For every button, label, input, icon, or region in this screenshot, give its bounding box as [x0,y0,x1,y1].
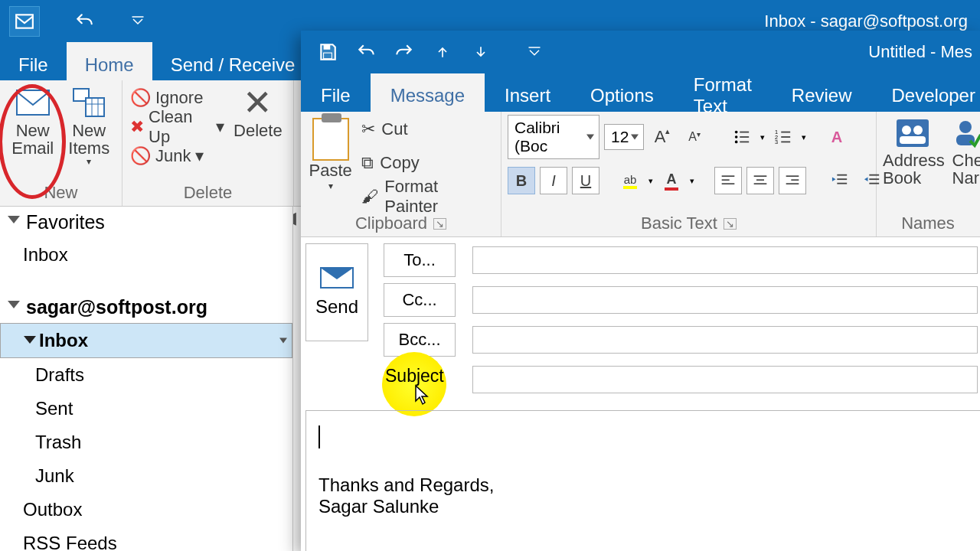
bcc-button[interactable]: Bcc... [384,323,456,357]
compose-tab-message[interactable]: Message [371,73,485,112]
bcc-field[interactable] [472,326,978,354]
tab-file[interactable]: File [0,42,67,80]
cleanup-icon: ✖ [130,117,144,137]
basic-text-group-label: Basic Text [641,214,717,233]
bullets-button[interactable] [728,123,756,151]
cc-field[interactable] [472,286,978,314]
qat-prev-item[interactable] [423,37,462,67]
check-names-button[interactable]: Che Nar [952,115,980,187]
send-button[interactable]: Send [305,243,368,341]
numbering-button[interactable]: 123 [769,123,797,151]
signature-line2: Sagar Salunke [318,496,968,517]
nav-drafts[interactable]: Drafts [0,358,292,392]
svg-text:3: 3 [775,139,778,145]
compose-tab-options[interactable]: Options [570,73,674,112]
app-icon[interactable] [9,6,40,37]
envelope-icon [14,83,52,122]
qat-customize-compose-icon[interactable] [515,37,554,67]
clipboard-dialog-launcher[interactable]: ↘ [433,218,446,230]
send-envelope-icon [320,267,354,289]
qat-customize-icon[interactable] [124,6,151,37]
align-center-button[interactable] [746,167,774,194]
svg-point-42 [913,126,923,135]
format-painter-button[interactable]: 🖌 Format Painter [361,182,495,211]
cut-button[interactable]: ✂ Cut [361,115,495,144]
nav-trash[interactable]: Trash [0,425,292,459]
compose-tab-developer[interactable]: Developer [872,73,980,112]
window-title: Inbox - sagar@softpost.org [764,11,971,31]
new-items-icon [70,83,108,122]
svg-marker-35 [832,177,836,181]
to-field[interactable] [472,246,978,274]
underline-button[interactable]: U [572,167,599,194]
delete-x-icon: ✕ [239,83,277,122]
svg-rect-0 [16,15,33,28]
italic-button[interactable]: I [540,167,567,194]
clear-formatting-button[interactable]: A [823,123,851,151]
svg-marker-39 [864,177,868,181]
mouse-cursor-icon [414,384,430,406]
account-header[interactable]: sagar@softpost.org [0,292,292,323]
highlight-button[interactable]: ab [616,167,644,194]
compose-tab-format[interactable]: Format Text [674,73,772,112]
delete-button[interactable]: ✕ Delete [230,83,286,139]
compose-tab-file[interactable]: File [301,73,371,112]
clipboard-icon [312,118,349,161]
new-email-button[interactable]: New Email [8,83,58,157]
chevron-down-icon: ▾ [802,132,806,142]
tab-home[interactable]: Home [67,42,152,80]
tab-send-receive[interactable]: Send / Receive [152,42,314,80]
svg-rect-8 [324,44,331,50]
brush-icon: 🖌 [361,187,378,207]
text-caret [318,425,320,448]
decrease-indent-button[interactable] [826,167,854,194]
qat-redo-compose[interactable] [385,37,423,67]
nav-rss[interactable]: RSS Feeds [0,527,292,551]
font-size-select[interactable]: 12 [604,124,644,150]
chevron-down-icon: ▾ [328,181,333,191]
qat-save[interactable] [309,37,347,67]
new-items-button[interactable]: New Items ▾ [64,83,115,167]
align-right-button[interactable] [779,167,806,194]
signature-line1: Thanks and Regards, [318,474,968,496]
favorites-header[interactable]: Favorites [0,207,292,238]
compose-tab-review[interactable]: Review [772,73,872,112]
qat-undo-compose[interactable] [347,37,385,67]
basic-text-dialog-launcher[interactable]: ↘ [724,218,737,230]
compose-window: Untitled - Mes File Message Insert Optio… [301,31,980,551]
copy-button[interactable]: ⧉ Copy [361,148,495,178]
nav-favorites-inbox[interactable]: Inbox [0,238,292,272]
subject-field[interactable] [472,366,978,393]
shrink-font-button[interactable]: A▾ [681,123,708,151]
chevron-down-icon: ▾ [648,176,653,186]
svg-rect-10 [529,47,541,48]
font-family-select[interactable]: Calibri (Boc [508,115,599,159]
nav-sent[interactable]: Sent [0,392,292,425]
nav-inbox[interactable]: Inbox [0,323,292,358]
compose-title: Untitled - Mes [868,42,972,62]
junk-button[interactable]: 🚫 Junk ▾ [130,142,224,171]
qat-next-item[interactable] [462,37,500,67]
svg-rect-1 [132,16,143,18]
font-color-button[interactable]: A [658,167,685,194]
chevron-down-icon: ▾ [216,117,224,137]
chevron-down-icon: ▾ [87,157,91,167]
address-book-button[interactable]: Address Book [883,115,945,187]
svg-rect-4 [86,98,104,116]
bold-button[interactable]: B [508,167,535,194]
ribbon-group-delete-label: Delete [130,183,286,203]
nav-outbox[interactable]: Outbox [0,493,292,527]
chevron-down-icon: ▾ [760,132,765,142]
nav-junk[interactable]: Junk [0,459,292,493]
align-left-button[interactable] [714,167,742,194]
cleanup-button[interactable]: ✖ Clean Up ▾ [130,112,224,142]
grow-font-button[interactable]: A▴ [648,123,676,151]
cc-button[interactable]: Cc... [384,283,456,317]
message-body[interactable]: Thanks and Regards, Sagar Salunke [305,410,980,551]
qat-undo[interactable] [70,6,97,37]
ribbon-group-new-label: New [8,183,114,203]
compose-tab-insert[interactable]: Insert [485,73,570,112]
names-group-label: Names [901,214,955,233]
to-button[interactable]: To... [384,243,456,277]
paste-button[interactable]: Paste ▾ [307,115,354,191]
